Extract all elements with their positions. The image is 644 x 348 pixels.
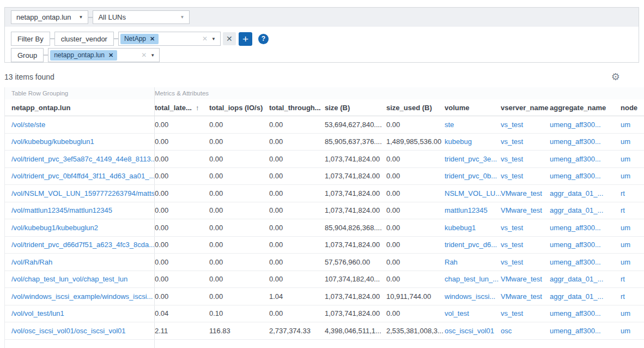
cell-vserver_name[interactable]: vs_test xyxy=(501,305,550,322)
cell-lun[interactable]: /vol/vol_test/lun1 xyxy=(5,305,155,322)
cell-volume[interactable]: trident_pvc_0b... xyxy=(445,168,501,185)
cell-vserver_name[interactable]: vs_test xyxy=(501,237,550,254)
cell-lun[interactable]: /vol/ste/ste xyxy=(5,116,155,133)
cell-aggregate_name[interactable]: umeng_aff300... xyxy=(550,254,621,271)
column-header-vserver_name[interactable]: vserver_name xyxy=(501,99,550,116)
cell-total_iops: 0.00 xyxy=(209,134,269,151)
cell-volume[interactable]: NSLM_VOL_LU... xyxy=(445,185,501,202)
cell-lun[interactable]: /vol/kubebug/kubebuglun1 xyxy=(5,134,155,151)
cell-aggregate_name[interactable]: aggr_data_01_... xyxy=(550,202,621,219)
column-header-node[interactable]: node xyxy=(621,99,644,116)
cell-volume[interactable]: osc_iscsi_vol01 xyxy=(445,322,501,339)
column-header-total_latency[interactable]: total_late...↑ xyxy=(155,99,209,116)
cell-aggregate_name[interactable]: umeng_aff300... xyxy=(550,305,621,322)
cell-vserver_name[interactable]: VMware_test xyxy=(501,185,550,202)
cell-node[interactable]: um xyxy=(621,305,644,322)
sort-asc-icon: ↑ xyxy=(196,104,199,112)
connector-line xyxy=(88,17,93,18)
cell-vserver_name[interactable]: vs_test xyxy=(501,151,550,167)
cell-total_iops: 0.10 xyxy=(209,305,269,322)
cell-vserver_name[interactable]: VMware_test xyxy=(501,271,550,288)
filter-field-dropdown[interactable]: cluster_vendor xyxy=(54,32,114,46)
filter-value-input[interactable]: NetApp ✕ ✕ ▼ xyxy=(118,32,221,46)
cell-node[interactable]: um xyxy=(621,151,644,167)
cell-lun[interactable]: /vol/mattlun12345/mattlun12345 xyxy=(5,202,155,219)
cell-aggregate_name[interactable]: umeng_aff300... xyxy=(550,151,621,167)
cell-node[interactable]: um xyxy=(621,219,644,236)
cell-lun[interactable]: /vol/Rah/Rah xyxy=(5,254,155,271)
cell-volume[interactable]: trident_pvc_d6... xyxy=(445,237,501,254)
cell-aggregate_name[interactable]: aggr_data_01_... xyxy=(550,271,621,288)
column-header-size_used[interactable]: size_used (B) xyxy=(386,99,445,116)
cell-vserver_name[interactable]: vs_test xyxy=(501,219,550,236)
cell-node[interactable]: rt xyxy=(621,288,644,305)
cell-lun[interactable]: /vol/trident_pvc_3ef5a87c_4149_44e8_8113… xyxy=(5,151,155,167)
cell-total_latency: 0.00 xyxy=(155,237,209,254)
column-header-total_iops[interactable]: total_iops (IO/s) xyxy=(209,99,269,116)
cell-vserver_name[interactable]: vs_test xyxy=(501,254,550,271)
chevron-down-icon[interactable]: ▼ xyxy=(150,53,155,58)
cell-volume[interactable]: ste xyxy=(445,116,501,133)
cell-lun[interactable]: /vol/trident_pvc_d66d7f51_a623_4fc3_8cda… xyxy=(5,237,155,254)
cell-aggregate_name[interactable]: umeng_aff300... xyxy=(550,237,621,254)
chip-remove-icon[interactable]: ✕ xyxy=(108,52,113,59)
cell-volume[interactable]: trident_pvc_3e... xyxy=(445,151,501,167)
cell-volume[interactable]: mattlun12345 xyxy=(445,202,501,219)
cell-node[interactable]: um xyxy=(621,168,644,185)
cell-lun[interactable]: /vol/NSLM_VOL_LUN_1597772263794/matts... xyxy=(5,185,155,202)
chip-remove-icon[interactable]: ✕ xyxy=(150,35,155,43)
cell-node[interactable]: um xyxy=(621,254,644,271)
cell-vserver_name[interactable]: vs_test xyxy=(501,134,550,151)
gear-icon[interactable]: ⚙ xyxy=(611,71,620,83)
cell-aggregate_name[interactable]: umeng_aff300... xyxy=(550,134,621,151)
clear-values-icon[interactable]: ✕ xyxy=(141,51,147,59)
cell-volume[interactable]: kubebug xyxy=(445,134,501,151)
entity-type-dropdown[interactable]: netapp_ontap.lun ▼ xyxy=(11,10,88,24)
cell-lun[interactable]: /vol/chap_test_lun_vol/chap_test_lun xyxy=(5,271,155,288)
group-value-input[interactable]: netapp_ontap.lun ✕ ✕ ▼ xyxy=(48,48,160,62)
cell-lun[interactable]: /vol/trident_pvc_0bf4ffd4_3f11_4d63_aa01… xyxy=(5,168,155,185)
cell-node[interactable]: rt xyxy=(621,202,644,219)
cell-vserver_name[interactable]: VMware_test xyxy=(501,288,550,305)
add-filter-button[interactable]: + xyxy=(239,32,252,46)
column-header-size[interactable]: size (B) xyxy=(325,99,386,116)
column-header-aggregate_name[interactable]: aggregate_name xyxy=(550,99,621,116)
cell-volume[interactable]: chap_test_lun_... xyxy=(445,271,501,288)
chevron-down-icon[interactable]: ▼ xyxy=(211,37,216,41)
clear-values-icon[interactable]: ✕ xyxy=(202,35,208,43)
saved-query-dropdown[interactable]: All LUNs ▼ xyxy=(93,10,190,24)
cell-volume[interactable]: windows_iscsi... xyxy=(445,288,501,305)
cell-aggregate_name[interactable]: umeng_aff300... xyxy=(550,116,621,133)
column-header-total_throughput[interactable]: total_through... xyxy=(269,99,325,116)
cell-aggregate_name[interactable]: aggr_data_01_... xyxy=(550,288,621,305)
cell-volume[interactable]: Rah xyxy=(445,254,501,271)
help-icon[interactable]: ? xyxy=(258,34,269,44)
cell-vserver_name[interactable]: vs_test xyxy=(501,168,550,185)
cell-aggregate_name[interactable]: umeng_aff300... xyxy=(550,168,621,185)
cell-aggregate_name[interactable]: umeng_aff300... xyxy=(550,219,621,236)
cell-lun[interactable]: /vol/windows_iscsi_example/windows_iscsi… xyxy=(5,288,155,305)
column-header-lun[interactable]: netapp_ontap.lun xyxy=(5,99,155,116)
saved-query-value: All LUNs xyxy=(98,13,126,21)
cell-total_latency: 0.00 xyxy=(155,134,209,151)
cell-node[interactable]: um xyxy=(621,116,644,133)
cell-aggregate_name[interactable]: umeng_aff300... xyxy=(550,322,621,339)
cell-node[interactable]: um xyxy=(621,322,644,339)
cell-lun[interactable]: /vol/osc_iscsi_vol01/osc_iscsi_vol01 xyxy=(5,322,155,339)
cell-vserver_name[interactable]: osc xyxy=(501,322,550,339)
cell-total_throughput: 0.00 xyxy=(269,168,325,185)
column-header-volume[interactable]: volume xyxy=(445,99,501,116)
cell-vserver_name[interactable]: vs_test xyxy=(501,116,550,133)
table-row: /vol/vol_test/lun10.040.100.001,073,741,… xyxy=(5,305,644,323)
cell-node[interactable]: rt xyxy=(621,185,644,202)
cell-vserver_name[interactable]: VMware_test xyxy=(501,202,550,219)
cell-aggregate_name[interactable]: aggr_data_01_... xyxy=(550,185,621,202)
remove-filter-button[interactable]: ✕ xyxy=(223,32,236,45)
cell-volume[interactable]: kubebug1 xyxy=(445,219,501,236)
cell-total_iops: 0.00 xyxy=(209,254,269,271)
cell-node[interactable]: rt xyxy=(621,271,644,288)
cell-lun[interactable]: /vol/kubebug1/kubebuglun2 xyxy=(5,219,155,236)
cell-volume[interactable]: vol_test xyxy=(445,305,501,322)
cell-node[interactable]: um xyxy=(621,237,644,254)
cell-node[interactable]: um xyxy=(621,134,644,151)
